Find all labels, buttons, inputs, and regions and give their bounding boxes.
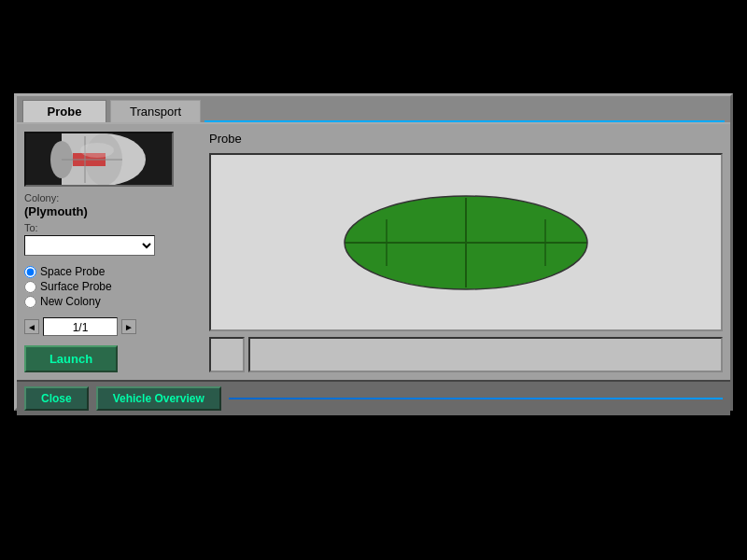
colony-section: Colony: (Plymouth) To: <box>24 192 202 256</box>
tab-spacer <box>204 119 725 122</box>
radio-space-probe-label: Space Probe <box>40 265 105 278</box>
right-panel: Probe <box>209 132 723 372</box>
close-button[interactable]: Close <box>24 386 89 411</box>
to-select-row <box>24 235 202 256</box>
tab-transport[interactable]: Transport <box>110 100 201 122</box>
radio-surface-probe-label: Surface Probe <box>40 280 112 293</box>
probe-info-box <box>248 337 723 372</box>
probe-image-box <box>24 132 174 187</box>
probe-diagram-box <box>209 153 723 331</box>
radio-space-probe-input[interactable] <box>24 266 36 278</box>
radio-surface-probe[interactable]: Surface Probe <box>24 280 202 293</box>
to-select[interactable] <box>24 235 155 256</box>
colony-name: (Plymouth) <box>24 204 202 218</box>
main-window: Probe Transport <box>14 93 733 411</box>
tab-probe[interactable]: Probe <box>22 100 106 122</box>
radio-space-probe[interactable]: Space Probe <box>24 265 202 278</box>
probe-diagram-title: Probe <box>209 132 723 146</box>
bottom-bar: Close Vehicle Overview <box>17 380 730 415</box>
radio-group: Space Probe Surface Probe New Colony <box>24 265 202 308</box>
colony-label: Colony: <box>24 192 202 203</box>
launch-button[interactable]: Launch <box>24 345 118 372</box>
probe-small-image <box>209 337 245 372</box>
nav-row: ◄ 1/1 ► <box>24 317 202 336</box>
probe-image <box>34 132 164 187</box>
radio-new-colony-input[interactable] <box>24 296 36 308</box>
prev-button[interactable]: ◄ <box>24 319 39 334</box>
bottom-blue-line <box>229 398 723 399</box>
nav-counter: 1/1 <box>43 317 118 336</box>
radio-surface-probe-input[interactable] <box>24 281 36 293</box>
next-button[interactable]: ► <box>121 319 136 334</box>
bottom-boxes <box>209 337 723 372</box>
main-content: Colony: (Plymouth) To: Space Probe Surfa <box>17 124 730 380</box>
tab-bar: Probe Transport <box>17 96 730 124</box>
radio-new-colony[interactable]: New Colony <box>24 295 202 308</box>
left-panel: Colony: (Plymouth) To: Space Probe Surfa <box>24 132 202 372</box>
vehicle-overview-button[interactable]: Vehicle Overview <box>96 386 221 411</box>
svg-point-7 <box>80 143 114 158</box>
to-label: To: <box>24 222 202 233</box>
radio-new-colony-label: New Colony <box>40 295 101 308</box>
